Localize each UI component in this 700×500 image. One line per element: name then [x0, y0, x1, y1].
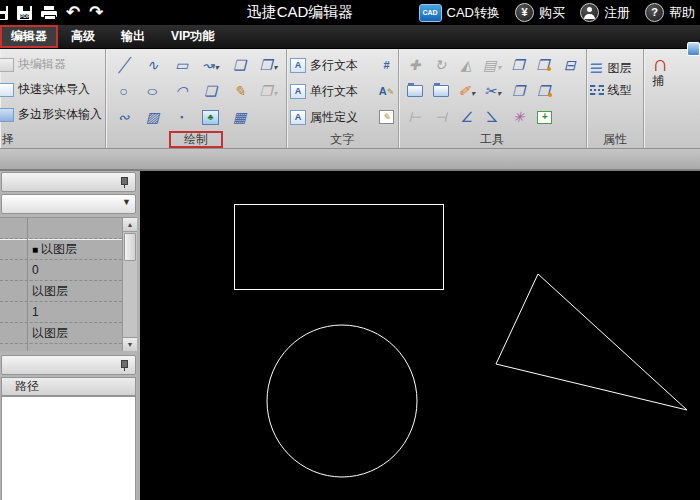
- hatch-button[interactable]: [138, 105, 167, 130]
- array-button[interactable]: [479, 53, 505, 78]
- pin-button[interactable]: [116, 175, 130, 190]
- fillet-button[interactable]: [454, 105, 480, 130]
- layer-label: 图层: [608, 60, 632, 77]
- align-button[interactable]: [557, 53, 583, 78]
- help-button[interactable]: ? 帮助: [645, 3, 695, 22]
- scrollbar[interactable]: ▲ ▼: [122, 218, 137, 351]
- path-column-header[interactable]: 路径: [1, 377, 136, 396]
- chevron-down-icon: [273, 82, 277, 100]
- table-row[interactable]: [0, 218, 122, 239]
- folder-button[interactable]: [428, 79, 454, 104]
- copy-with-time-button[interactable]: [531, 53, 557, 78]
- ribbon-group-text: 多行文本 单行文本 属性定义 文字: [287, 49, 399, 148]
- single-text-icon: [290, 84, 306, 99]
- block-editor-button[interactable]: 块编辑器: [0, 52, 102, 77]
- undo-icon[interactable]: ↶: [66, 6, 80, 20]
- table-button[interactable]: [225, 105, 254, 130]
- block-insert-button[interactable]: [225, 53, 254, 78]
- pin-icon: [119, 360, 128, 371]
- rotate-button[interactable]: [427, 53, 453, 78]
- menu-output[interactable]: 输出: [108, 25, 158, 48]
- attribute-define-button[interactable]: 属性定义: [310, 109, 375, 126]
- table-row[interactable]: 0: [0, 260, 122, 281]
- fillet-icon: [460, 110, 473, 124]
- erase-button[interactable]: [454, 79, 480, 104]
- spellcheck-icon[interactable]: [379, 85, 395, 97]
- single-text-button[interactable]: 单行文本: [310, 83, 375, 100]
- snap-button[interactable]: 捕: [652, 55, 697, 90]
- drawn-circle[interactable]: [267, 325, 417, 477]
- table-row[interactable]: ■ 以图层: [0, 239, 122, 260]
- wipeout-button[interactable]: [196, 79, 225, 104]
- copy-button[interactable]: [505, 53, 531, 78]
- menu-vip[interactable]: VIP功能: [158, 25, 227, 48]
- ribbon-group-properties: 图层 线型 属性: [587, 49, 645, 148]
- insert-block-button[interactable]: [532, 105, 558, 130]
- revision-cloud-button[interactable]: [109, 105, 138, 130]
- copy-object-button[interactable]: [254, 79, 283, 104]
- dimension-button[interactable]: [428, 105, 454, 130]
- polygon-entity-input-button[interactable]: 多边形实体输入: [0, 102, 102, 127]
- scroll-thumb[interactable]: [124, 233, 136, 261]
- linetype-button[interactable]: 线型: [590, 79, 641, 101]
- magnet-icon: [652, 55, 697, 73]
- field-icon[interactable]: [379, 59, 395, 71]
- menu-editor[interactable]: 编辑器: [0, 25, 58, 48]
- rectangle-icon: [175, 58, 188, 72]
- distance-button[interactable]: [402, 105, 428, 130]
- chamfer-button[interactable]: [480, 105, 506, 130]
- attribute-define-icon: [290, 110, 306, 125]
- mirror-button[interactable]: [453, 53, 479, 78]
- region-button[interactable]: [254, 53, 283, 78]
- polyline-icon: [202, 58, 214, 72]
- trim-button[interactable]: [480, 79, 506, 104]
- quick-entity-import-button[interactable]: 快速实体导入: [0, 77, 102, 102]
- scroll-down-icon[interactable]: ▼: [123, 337, 137, 351]
- save-pdf-icon[interactable]: [17, 6, 32, 20]
- rectangle-button[interactable]: [167, 53, 196, 78]
- table-row[interactable]: 以图层: [0, 281, 122, 302]
- table-row[interactable]: 1: [0, 302, 122, 323]
- color-swatch: ■: [32, 245, 38, 255]
- move-button[interactable]: [402, 53, 428, 78]
- line-button[interactable]: [109, 53, 138, 78]
- drawn-rectangle[interactable]: [234, 204, 443, 289]
- path-list[interactable]: [1, 396, 136, 500]
- circle-button[interactable]: [109, 79, 138, 104]
- menu-advanced[interactable]: 高级: [58, 25, 108, 48]
- edit-text-icon[interactable]: [379, 110, 394, 124]
- mtext-button[interactable]: 多行文本: [310, 57, 375, 74]
- scissors-icon: [484, 84, 496, 98]
- save-icon[interactable]: [0, 6, 8, 20]
- buy-button[interactable]: ¥ 购买: [515, 3, 565, 22]
- cad-convert-icon: CAD: [419, 4, 442, 22]
- ellipse-button[interactable]: [138, 79, 167, 104]
- explode-button[interactable]: [506, 105, 532, 130]
- text-group-label: 文字: [287, 130, 398, 148]
- print-icon[interactable]: [41, 6, 57, 20]
- polyline-button[interactable]: [196, 53, 225, 78]
- point-button[interactable]: [167, 105, 196, 130]
- gradient-button[interactable]: [225, 79, 254, 104]
- layer-button[interactable]: 图层: [590, 57, 641, 79]
- image-button[interactable]: [196, 105, 225, 130]
- arc-button[interactable]: [167, 79, 196, 104]
- spline-button[interactable]: [138, 53, 167, 78]
- scroll-up-icon[interactable]: ▲: [123, 218, 137, 232]
- redo-icon[interactable]: ↷: [89, 6, 103, 20]
- yen-icon: ¥: [515, 3, 534, 22]
- entity-select-dropdown[interactable]: ▼: [1, 194, 136, 214]
- clock-dot-icon: [547, 67, 551, 71]
- chevron-down-icon: [215, 56, 219, 74]
- cad-convert-button[interactable]: CAD CAD转换: [419, 4, 500, 22]
- pin-button[interactable]: [116, 358, 130, 373]
- drawn-triangle[interactable]: [496, 274, 687, 410]
- drawing-canvas[interactable]: [140, 171, 700, 500]
- window-title: 迅捷CAD编辑器: [195, 3, 405, 22]
- panel-toggle-icon[interactable]: [687, 42, 700, 56]
- open-folder-button[interactable]: [402, 79, 428, 104]
- table-row[interactable]: 以图层: [0, 323, 122, 344]
- paste-button[interactable]: [506, 79, 532, 104]
- paste-with-time-button[interactable]: [532, 79, 558, 104]
- register-button[interactable]: 注册: [580, 3, 630, 22]
